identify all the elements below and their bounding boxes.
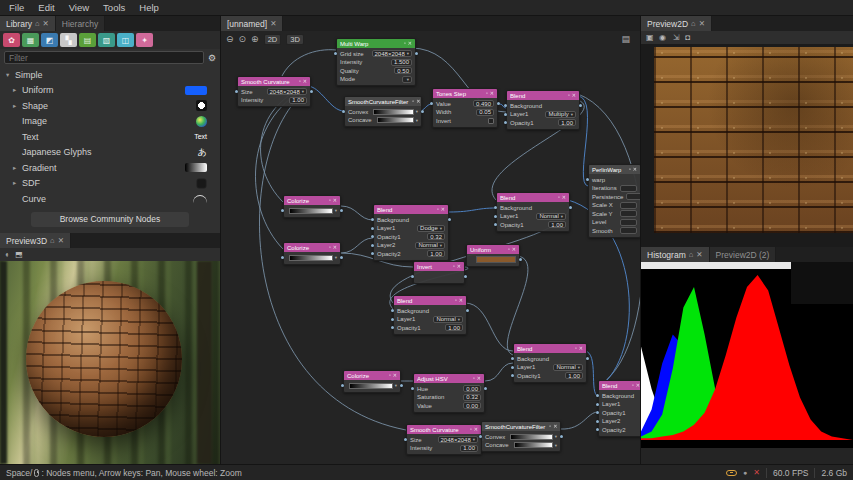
param-number[interactable]: 1.00: [548, 221, 566, 228]
node-preview-icon[interactable]: ▫: [473, 376, 475, 381]
param-dropdown[interactable]: Dodge▾: [417, 225, 445, 232]
input-port[interactable]: [504, 121, 507, 124]
node-close-icon[interactable]: ✕: [441, 207, 445, 212]
tab-preview2d[interactable]: Preview2D ⌂ ✕: [641, 16, 712, 31]
param-number[interactable]: [620, 219, 637, 226]
tab-library[interactable]: Library ⌂ ✕: [0, 16, 56, 31]
stop-render-icon[interactable]: ✕: [753, 469, 760, 477]
param-gradient[interactable]: ▾: [349, 383, 397, 389]
render-indicator-icon[interactable]: ●: [743, 469, 747, 476]
input-port[interactable]: [596, 403, 599, 406]
tree-item-gradient[interactable]: ▸Gradient: [0, 160, 220, 176]
node-preview-icon[interactable]: ▫: [329, 245, 331, 250]
param-number[interactable]: 1.00: [565, 372, 583, 379]
link-icon[interactable]: [726, 470, 737, 476]
zoom-out-icon[interactable]: ⊖: [226, 35, 234, 44]
param-number[interactable]: 1.00: [460, 445, 478, 452]
node-preview-icon[interactable]: ▫: [558, 195, 560, 200]
menu-help[interactable]: Help: [132, 1, 166, 14]
param-number[interactable]: 1.500: [391, 59, 412, 66]
pin-icon[interactable]: ⌂: [689, 251, 694, 259]
input-port[interactable]: [511, 357, 514, 360]
param-number[interactable]: 0.50: [394, 67, 412, 74]
menu-tools[interactable]: Tools: [96, 1, 132, 14]
node-preview-icon[interactable]: ▫: [470, 427, 472, 432]
param-number[interactable]: 0.00: [463, 402, 481, 409]
param-gradient[interactable]: ▾: [514, 442, 557, 448]
node-blend-2[interactable]: Blend▫✕BackgroundLayer1Dodge▾Opacity10.3…: [373, 204, 449, 261]
node-colorize-2[interactable]: Colorize▫✕▾: [283, 242, 341, 265]
node-canvas[interactable]: Multi Warp▫✕Grid size2048×2048▾Intensity…: [221, 16, 640, 464]
param-number[interactable]: 1.00: [427, 250, 445, 257]
param-gradient[interactable]: ▾: [373, 109, 418, 115]
browse-community-nodes-button[interactable]: Browse Community Nodes: [31, 212, 189, 227]
node-perlin-warp[interactable]: PerlinWarp▫✕warpIterationsPersistenceSca…: [588, 164, 640, 238]
pin-icon[interactable]: ⌂: [35, 20, 40, 28]
node-preview-icon[interactable]: ▫: [508, 247, 510, 252]
node-smooth-curvature-filter-2[interactable]: SmoothCurvatureFilter▫✕Convex▾Concave▾: [481, 421, 561, 452]
param-dropdown[interactable]: Normal▾: [536, 213, 566, 220]
input-port[interactable]: [494, 215, 497, 218]
input-port[interactable]: [391, 318, 394, 321]
param-gradient[interactable]: ▾: [289, 255, 337, 261]
tree-item-shape[interactable]: ▸Shape: [0, 98, 220, 114]
node-colorize-1[interactable]: Colorize▫✕▾: [283, 195, 341, 218]
input-port[interactable]: [411, 275, 414, 278]
input-port[interactable]: [342, 110, 345, 113]
tab-preview3d[interactable]: Preview3D ⌂ ✕: [0, 233, 71, 248]
input-port[interactable]: [511, 374, 514, 377]
param-number[interactable]: [620, 227, 637, 234]
input-port[interactable]: [430, 102, 433, 105]
filter-settings-icon[interactable]: ⚙: [208, 53, 216, 63]
zoom-reset-icon[interactable]: ⊙: [239, 35, 247, 44]
node-preview-icon[interactable]: ▫: [455, 298, 457, 303]
pin-icon[interactable]: ⌂: [50, 237, 55, 245]
preview2d-viewport[interactable]: [641, 44, 853, 247]
node-close-icon[interactable]: ✕: [562, 195, 566, 200]
param-number[interactable]: 0.490: [473, 100, 494, 107]
node-preview-icon[interactable]: ▫: [486, 91, 488, 96]
param-number[interactable]: 0.32: [463, 394, 481, 401]
node-close-icon[interactable]: ✕: [572, 93, 576, 98]
node-close-icon[interactable]: ✕: [512, 247, 516, 252]
param-number[interactable]: 0.00: [463, 385, 481, 392]
param-number[interactable]: 1.00: [558, 119, 576, 126]
node-preview-icon[interactable]: ▫: [568, 93, 570, 98]
node-multi-warp[interactable]: Multi Warp▫✕Grid size2048×2048▾Intensity…: [336, 38, 416, 86]
param-number[interactable]: 0.32: [427, 233, 445, 240]
input-port[interactable]: [371, 252, 374, 255]
input-port[interactable]: [479, 435, 482, 438]
param-gradient[interactable]: ▾: [510, 434, 557, 440]
node-preview-icon[interactable]: ▫: [629, 167, 631, 172]
menu-file[interactable]: File: [2, 1, 31, 14]
category-material-icon[interactable]: ▧: [98, 33, 115, 47]
node-blend-6[interactable]: Blend▫✕BackgroundLayer1Opacity1Layer2Opa…: [598, 380, 640, 437]
node-close-icon[interactable]: ✕: [416, 99, 420, 104]
node-blend-3[interactable]: Blend▫✕BackgroundLayer1Normal▾Opacity11.…: [496, 192, 570, 232]
node-smooth-curvature-2[interactable]: Smooth Curvature▫✕Size2048×2048▾Intensit…: [406, 424, 482, 455]
tree-item-text[interactable]: TextText: [0, 129, 220, 145]
param-number[interactable]: 1.00: [445, 324, 463, 331]
node-close-icon[interactable]: ✕: [477, 376, 481, 381]
param-dropdown[interactable]: Normal▾: [553, 364, 583, 371]
expand-arrow-icon[interactable]: ▾: [6, 71, 15, 79]
node-close-icon[interactable]: ✕: [636, 383, 640, 388]
input-port[interactable]: [371, 218, 374, 221]
node-close-icon[interactable]: ✕: [303, 79, 307, 84]
input-port[interactable]: [596, 428, 599, 431]
node-close-icon[interactable]: ✕: [633, 167, 637, 172]
tree-item-uniform[interactable]: ▸Uniform: [0, 83, 220, 99]
node-close-icon[interactable]: ✕: [333, 198, 337, 203]
node-preview-icon[interactable]: ▫: [299, 79, 301, 84]
menu-view[interactable]: View: [62, 1, 96, 14]
param-number[interactable]: [620, 185, 637, 192]
node-preview-icon[interactable]: ▫: [453, 264, 455, 269]
close-icon[interactable]: ✕: [699, 20, 705, 28]
input-port[interactable]: [504, 113, 507, 116]
input-port[interactable]: [411, 387, 414, 390]
input-port[interactable]: [596, 394, 599, 397]
category-workflow-icon[interactable]: ◫: [117, 33, 134, 47]
input-port[interactable]: [404, 438, 407, 441]
tab-preview2d-2[interactable]: Preview2D (2): [710, 247, 777, 262]
graph-tab[interactable]: [unnamed] ✕: [221, 16, 283, 31]
